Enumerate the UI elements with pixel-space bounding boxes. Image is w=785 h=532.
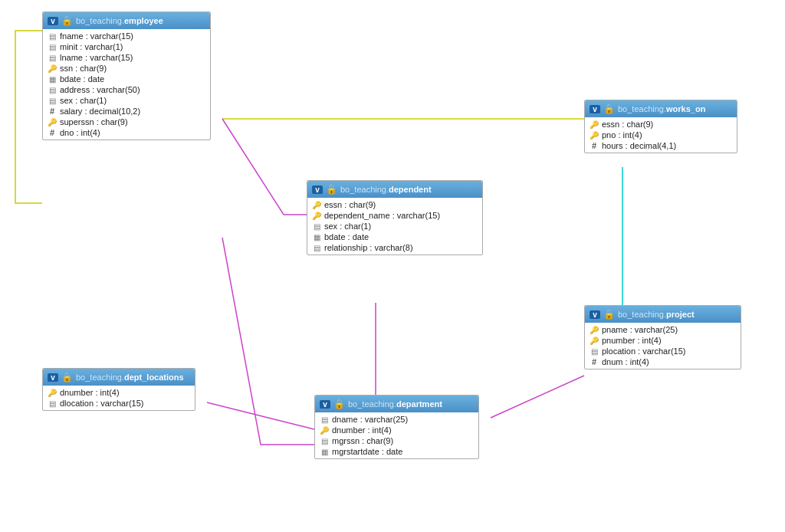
field-label: salary : decimal(10,2)	[60, 107, 140, 116]
table-row: 🔑dnumber : int(4)	[315, 425, 478, 435]
key-icon: 🔑	[320, 426, 329, 435]
table-project[interactable]: v 🔒 bo_teaching.project 🔑pname : varchar…	[584, 305, 741, 369]
field-label: sex : char(1)	[324, 222, 371, 231]
table-row: ▤minit : varchar(1)	[43, 41, 210, 52]
dept-schema: bo_teaching.department	[348, 399, 442, 409]
table-row: ▦bdate : date	[43, 74, 210, 84]
v-badge: v	[48, 17, 58, 25]
canvas: v 🔒 bo_teaching.employee ▤fname : varcha…	[0, 0, 785, 532]
table-row: ▤mgrssn : char(9)	[315, 435, 478, 446]
field-label: dno : int(4)	[60, 128, 100, 137]
dept-loc-schema: bo_teaching.dept_locations	[76, 373, 184, 382]
lock-icon: 🔒	[61, 15, 73, 26]
field-label: minit : varchar(1)	[60, 42, 123, 51]
field-label: pno : int(4)	[602, 130, 642, 140]
key-icon: 🔑	[590, 326, 599, 334]
field-label: superssn : char(9)	[60, 117, 128, 126]
key-icon: 🔑	[312, 201, 321, 209]
field-label: hours : decimal(4,1)	[602, 141, 676, 150]
field-label: lname : varchar(15)	[60, 53, 133, 62]
table-row: #dnum : int(4)	[585, 356, 741, 367]
project-schema: bo_teaching.project	[618, 310, 695, 319]
table-row: ▤sex : char(1)	[307, 221, 482, 232]
key-icon: 🔑	[590, 131, 599, 140]
field-label: dnumber : int(4)	[332, 425, 392, 435]
table-dependent[interactable]: v 🔒 bo_teaching.dependent 🔑essn : char(9…	[307, 180, 483, 255]
field-label: pnumber : int(4)	[602, 336, 662, 345]
table-works-on[interactable]: v 🔒 bo_teaching.works_on 🔑essn : char(9)…	[584, 100, 737, 153]
works-on-fields: 🔑essn : char(9)🔑pno : int(4)#hours : dec…	[585, 117, 737, 153]
table-employee[interactable]: v 🔒 bo_teaching.employee ▤fname : varcha…	[42, 11, 211, 140]
str-icon: ▤	[48, 54, 57, 62]
field-label: dnumber : int(4)	[60, 388, 120, 397]
str-icon: ▤	[48, 86, 57, 94]
table-row: ▦mgrstartdate : date	[315, 446, 478, 457]
fk-icon: 🔑	[48, 118, 57, 126]
lock-icon-dep: 🔒	[326, 184, 337, 195]
key-icon: 🔑	[312, 212, 321, 220]
field-label: sex : char(1)	[60, 96, 107, 105]
table-row: 🔑pnumber : int(4)	[585, 335, 741, 346]
cal-icon: ▦	[320, 448, 329, 456]
cal-icon: ▦	[48, 75, 57, 84]
employee-schema: bo_teaching.employee	[76, 16, 163, 25]
table-row: ▤address : varchar(50)	[43, 84, 210, 95]
field-label: essn : char(9)	[324, 200, 376, 209]
table-row: ▤lname : varchar(15)	[43, 52, 210, 63]
table-row: 🔑pname : varchar(25)	[585, 324, 741, 335]
field-label: plocation : varchar(15)	[602, 346, 685, 356]
table-row: 🔑ssn : char(9)	[43, 63, 210, 74]
field-label: dlocation : varchar(15)	[60, 399, 143, 408]
hash-icon: #	[48, 107, 57, 116]
table-row: ▤dlocation : varchar(15)	[43, 398, 195, 409]
field-label: dependent_name : varchar(15)	[324, 211, 440, 220]
table-row: ▤relationship : varchar(8)	[307, 242, 482, 253]
key-icon: 🔑	[590, 337, 599, 345]
table-dependent-header: v 🔒 bo_teaching.dependent	[307, 181, 482, 198]
table-row: ▤plocation : varchar(15)	[585, 346, 741, 356]
lock-icon-dept: 🔒	[333, 399, 345, 409]
table-row: 🔑pno : int(4)	[585, 130, 737, 140]
str-icon: ▤	[48, 399, 57, 408]
key-icon: 🔑	[590, 120, 599, 129]
str-icon: ▤	[590, 347, 599, 356]
str-icon: ▤	[48, 97, 57, 105]
table-works-on-header: v 🔒 bo_teaching.works_on	[585, 100, 737, 117]
table-row: ▤dname : varchar(25)	[315, 414, 478, 425]
table-row: #hours : decimal(4,1)	[585, 140, 737, 151]
hash-icon: #	[48, 128, 57, 137]
dept-fields: ▤dname : varchar(25)🔑dnumber : int(4)▤mg…	[315, 412, 478, 458]
field-label: essn : char(9)	[602, 120, 653, 129]
dept-loc-fields: 🔑dnumber : int(4)▤dlocation : varchar(15…	[43, 386, 195, 410]
table-department[interactable]: v 🔒 bo_teaching.department ▤dname : varc…	[314, 395, 479, 459]
dependent-fields: 🔑essn : char(9)🔑dependent_name : varchar…	[307, 198, 482, 255]
table-row: 🔑superssn : char(9)	[43, 117, 210, 127]
str-icon: ▤	[320, 415, 329, 424]
table-row: 🔑dnumber : int(4)	[43, 387, 195, 398]
key-icon: 🔑	[48, 64, 57, 73]
lock-icon-wo: 🔒	[603, 103, 615, 114]
cal-icon: ▦	[312, 233, 321, 241]
field-label: dname : varchar(25)	[332, 415, 408, 424]
table-project-header: v 🔒 bo_teaching.project	[585, 306, 741, 323]
str-icon: ▤	[48, 32, 57, 41]
table-dept-loc-header: v 🔒 bo_teaching.dept_locations	[43, 369, 195, 386]
str-icon: ▤	[312, 244, 321, 252]
key-icon: 🔑	[48, 389, 57, 397]
field-label: bdate : date	[324, 232, 369, 241]
str-icon: ▤	[320, 437, 329, 445]
lock-icon-dl: 🔒	[61, 372, 73, 383]
table-row: 🔑dependent_name : varchar(15)	[307, 210, 482, 221]
table-dept-locations[interactable]: v 🔒 bo_teaching.dept_locations 🔑dnumber …	[42, 368, 195, 411]
lock-icon-proj: 🔒	[603, 309, 615, 320]
field-label: address : varchar(50)	[60, 85, 140, 94]
table-row: 🔑essn : char(9)	[307, 199, 482, 210]
str-icon: ▤	[48, 43, 57, 51]
field-label: pname : varchar(25)	[602, 325, 678, 334]
field-label: mgrstartdate : date	[332, 447, 402, 456]
hash-icon: #	[590, 357, 599, 366]
field-label: fname : varchar(15)	[60, 31, 133, 41]
works-on-schema: bo_teaching.works_on	[618, 104, 705, 113]
table-row: ▤sex : char(1)	[43, 95, 210, 106]
table-employee-header: v 🔒 bo_teaching.employee	[43, 12, 210, 29]
